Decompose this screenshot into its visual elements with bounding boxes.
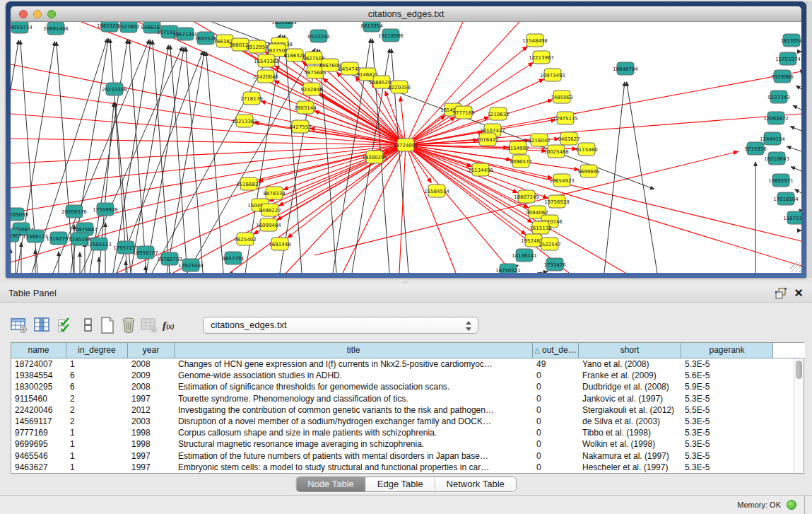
network-node[interactable]: 15584554 [424,185,449,197]
network-node[interactable]: 7485063 [551,90,572,103]
table-row[interactable]: 1456911722003Disruption of a novel membe… [11,416,804,427]
network-node[interactable]: 9154997 [507,141,529,154]
network-node[interactable]: 8813054 [360,22,383,32]
table-row[interactable]: 1938455462009Genome-wide association stu… [11,370,804,381]
network-node[interactable]: 14055714 [11,22,33,33]
column-header-year[interactable]: year [128,343,175,358]
table-row[interactable]: 977716911998Corpus callosum shape and si… [11,427,804,438]
network-node[interactable]: 1813054 [780,34,801,47]
network-node[interactable]: 19756928 [544,195,570,208]
node-label: 9084067 [526,210,548,216]
column-header-in_degree[interactable]: in_degree [66,343,128,358]
table-row[interactable]: 1872400712008Changes of HCN gene express… [11,358,804,370]
network-node[interactable]: 14136141 [512,249,537,262]
table-row[interactable]: 946554611997Estimation of the future num… [11,450,804,462]
network-node[interactable]: 15751074 [775,52,801,65]
float-panel-icon[interactable] [775,288,787,299]
network-node[interactable]: 9777169 [452,106,474,119]
network-node[interactable]: 17016504 [773,192,799,205]
column-header-pagerank[interactable]: pagerank [681,343,773,358]
unselect-columns-icon[interactable] [80,317,97,334]
network-node[interactable]: 19218506 [378,29,404,42]
table-row[interactable]: 911546021997Tourette syndrome. Phenomeno… [11,393,804,404]
network-node[interactable]: 11548498 [522,34,548,47]
scrollbar-thumb[interactable] [796,361,802,379]
network-node[interactable]: 9227343 [767,90,789,103]
network-node[interactable]: 9498227 [259,204,281,216]
table-row[interactable]: 2242004622012Investigating the contribut… [11,404,804,416]
network-node[interactable]: 12093872 [763,112,789,124]
table-row[interactable]: 969969511998Structural magnetic resonanc… [11,438,804,450]
network-node[interactable]: 16648784 [613,62,638,75]
network-node[interactable]: 1615132 [529,221,551,234]
network-node[interactable]: 9329966 [771,70,794,83]
network-node[interactable]: 10973493 [540,69,565,81]
column-header-title[interactable]: title [175,343,533,358]
node-label: 2522547 [539,242,560,247]
network-node[interactable]: 15692971 [768,174,794,187]
network-node[interactable]: 1733426 [543,258,566,271]
network-node[interactable]: 1691448 [269,238,290,250]
network-node[interactable]: 8220356 [388,81,411,93]
network-node[interactable]: 20153346 [102,83,127,95]
network-node[interactable]: 9857791 [222,252,244,264]
network-node[interactable]: 2867608 [319,59,341,71]
network-node[interactable]: 1216042 [528,134,550,146]
network-node[interactable]: 13142757 [46,232,71,245]
network-node[interactable]: 8878334 [263,187,286,199]
delete-columns-icon[interactable] [120,317,137,334]
table-settings-icon[interactable] [11,317,28,334]
network-node[interactable]: 2522547 [539,238,560,250]
network-node[interactable]: 1210632 [487,107,509,120]
network-node[interactable]: 8427552 [289,120,311,133]
network-node[interactable]: 8912954 [246,40,269,53]
network-node[interactable]: 16210643 [764,152,789,165]
network-node[interactable]: 2803144 [294,101,317,114]
network-node[interactable]: 11675343 [783,211,801,224]
resize-grip-icon[interactable] [790,262,801,272]
network-node[interactable]: 7615526 [194,32,217,45]
node-label: 8912954 [246,45,269,50]
network-node[interactable]: 9215958 [744,142,766,155]
network-node[interactable]: 8572244 [307,30,330,42]
network-node[interactable]: 1527602 [117,22,139,33]
network-node[interactable]: 17359928 [93,203,118,216]
network-node[interactable]: 12213363 [232,115,257,127]
table-cell: 5.3E-5 [681,450,773,462]
close-panel-icon[interactable]: ✕ [794,286,804,300]
select-all-columns-icon[interactable] [57,317,74,334]
show-columns-icon[interactable] [34,317,51,334]
table-cell: 0 [533,370,579,381]
network-node[interactable]: 9242848 [300,83,322,95]
network-canvas[interactable]: 7663822986012889129542226053898275051654… [11,22,801,273]
network-node[interactable]: 9699695 [577,165,599,177]
network-node[interactable]: 16750321 [495,264,521,273]
network-node[interactable]: 12213967 [529,51,554,64]
tab-network-table[interactable]: Network Table [435,477,516,491]
network-node[interactable]: 16033809 [271,22,297,28]
table-cell: 6 [66,381,128,392]
network-node[interactable]: 9463627 [558,132,579,145]
column-header-short[interactable]: short [579,343,681,358]
network-node[interactable]: 2718176 [240,92,263,105]
column-header-out_de[interactable]: △out_de… [533,343,579,358]
function-builder-icon[interactable]: f(x) [163,317,180,334]
network-window-titlebar[interactable]: citations_edges.txt [11,6,801,22]
tab-edge-table[interactable]: Edge Table [366,477,435,491]
node-label: 12093872 [763,116,789,122]
network-node[interactable]: 20206576 [61,205,87,218]
network-node[interactable]: 8096577 [510,155,531,168]
delete-table-icon[interactable] [141,317,158,334]
network-node[interactable]: 1016427 [476,133,498,146]
vertical-scrollbar[interactable] [794,358,804,473]
tab-node-table[interactable]: Node Table [296,477,366,491]
table-selector-dropdown[interactable]: citations_edges.txt [203,317,478,334]
column-header-name[interactable]: name [11,343,66,358]
table-row[interactable]: 1830029562008Estimation of significance … [11,381,804,392]
node-label: 18300295 [362,155,387,160]
network-node[interactable]: 9115460 [575,143,597,156]
table-row[interactable]: 946362711997Embryonic stem cells: a mode… [11,462,804,473]
new-table-icon[interactable] [99,317,116,334]
network-node[interactable]: 20891406 [43,22,69,35]
network-node[interactable]: 7625402 [234,233,256,245]
